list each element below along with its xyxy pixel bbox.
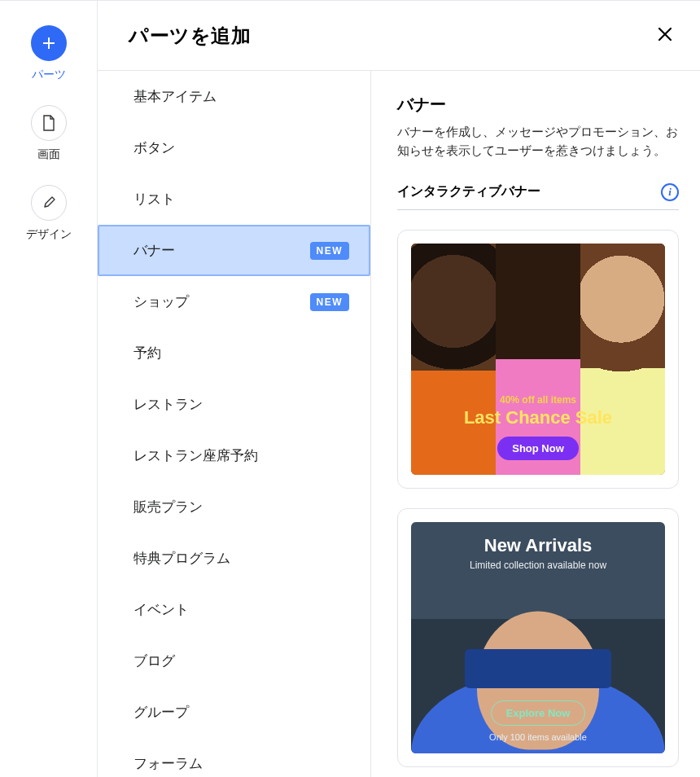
rail-item-parts[interactable]: パーツ (31, 25, 67, 82)
preview-tagline: 40% off all items (411, 394, 665, 406)
preview-overlay-top: New Arrivals Limited collection availabl… (411, 535, 665, 571)
category-label: ブログ (133, 652, 175, 670)
preview-title: New Arrivals (411, 535, 665, 556)
category-item[interactable]: 基本アイテム (98, 71, 370, 122)
rail-item-design[interactable]: デザイン (26, 185, 72, 242)
new-badge: NEW (310, 293, 350, 311)
rail-label-design: デザイン (26, 227, 72, 242)
detail-description: バナーを作成し、メッセージやプロモーション、お知らせを表示してユーザーを惹きつけ… (397, 122, 679, 160)
category-item[interactable]: バナーNEW (98, 225, 370, 276)
panel-body: 基本アイテムボタンリストバナーNEWショップNEW予約レストランレストラン座席予… (98, 71, 700, 777)
category-item[interactable]: フォーラム (98, 738, 370, 777)
category-list: 基本アイテムボタンリストバナーNEWショップNEW予約レストランレストラン座席予… (98, 71, 371, 777)
category-label: レストラン座席予約 (133, 446, 258, 465)
info-icon[interactable]: i (661, 183, 679, 201)
preview-note: Only 100 items available (411, 732, 665, 742)
brush-icon (31, 185, 67, 221)
category-item[interactable]: イベント (98, 584, 370, 635)
close-button[interactable] (651, 20, 679, 51)
category-label: バナー (133, 241, 175, 260)
banner-preview-last-chance: 40% off all items Last Chance Sale Shop … (411, 244, 665, 475)
preview-subtitle: Limited collection available now (411, 560, 665, 571)
category-item[interactable]: 販売プラン (98, 481, 370, 533)
rail-item-screen[interactable]: 画面 (31, 105, 67, 162)
detail-column: バナー バナーを作成し、メッセージやプロモーション、お知らせを表示してユーザーを… (371, 71, 700, 777)
category-label: イベント (133, 600, 189, 619)
banner-template-card[interactable]: New Arrivals Limited collection availabl… (397, 508, 679, 767)
category-label: 予約 (133, 344, 161, 362)
category-label: リスト (133, 190, 175, 209)
preview-cta-button: Explore Now (491, 700, 586, 726)
banner-template-card[interactable]: 40% off all items Last Chance Sale Shop … (397, 230, 679, 489)
category-item[interactable]: リスト (98, 173, 370, 225)
category-label: ショップ (133, 292, 189, 311)
category-label: フォーラム (133, 754, 203, 773)
category-label: 特典プログラム (133, 549, 230, 568)
rail-label-parts: パーツ (32, 68, 66, 82)
category-item[interactable]: 予約 (98, 327, 370, 379)
category-item[interactable]: ショップNEW (98, 276, 370, 327)
left-rail: パーツ 画面 デザイン (0, 1, 98, 777)
category-label: レストラン (133, 395, 203, 414)
category-item[interactable]: ボタン (98, 122, 370, 173)
preview-overlay: 40% off all items Last Chance Sale Shop … (411, 394, 665, 460)
banner-preview-new-arrivals: New Arrivals Limited collection availabl… (411, 522, 665, 753)
preview-overlay-bottom: Explore Now Only 100 items available (411, 700, 665, 742)
page-icon (31, 105, 67, 141)
preview-cta-button: Shop Now (497, 437, 579, 460)
detail-title: バナー (397, 94, 679, 116)
add-parts-panel: パーツを追加 基本アイテムボタンリストバナーNEWショップNEW予約レストランレ… (98, 1, 700, 777)
category-label: 販売プラン (133, 498, 203, 516)
preview-headline: Last Chance Sale (411, 407, 665, 428)
category-label: ボタン (133, 138, 175, 157)
category-item[interactable]: グループ (98, 687, 370, 738)
panel-title: パーツを追加 (129, 23, 251, 49)
panel-header: パーツを追加 (98, 1, 700, 71)
section-header: インタラクティブバナー i (397, 183, 679, 210)
category-label: 基本アイテム (133, 87, 217, 106)
category-label: グループ (133, 703, 189, 722)
category-item[interactable]: レストラン (98, 379, 370, 430)
app-root: パーツ 画面 デザイン パーツを追加 基本アイテムボタンリストバナーNEWショッ… (0, 0, 700, 777)
section-label: インタラクティブバナー (397, 183, 540, 200)
plus-icon (31, 25, 67, 61)
category-item[interactable]: 特典プログラム (98, 533, 370, 584)
new-badge: NEW (310, 242, 350, 260)
category-item[interactable]: ブログ (98, 635, 370, 687)
rail-label-screen: 画面 (37, 147, 60, 162)
close-icon (656, 25, 674, 43)
category-item[interactable]: レストラン座席予約 (98, 430, 370, 481)
